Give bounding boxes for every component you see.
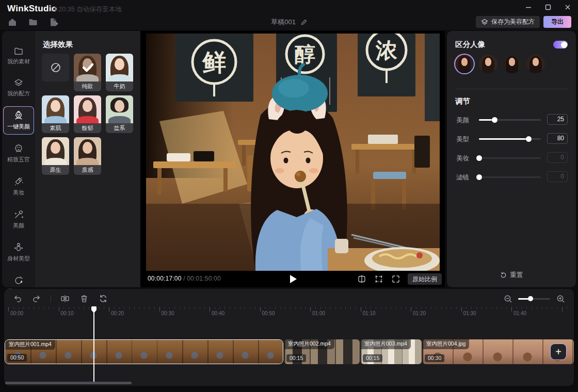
sidebar-item-my-assets[interactable]: 我的素材	[3, 42, 34, 70]
ruler-minor-tick	[421, 307, 422, 309]
clip-室内照片001.mp4[interactable]: 室内照片001.mp400:50	[5, 339, 283, 364]
ruler-minor-tick	[235, 307, 235, 309]
lipstick-icon	[13, 176, 24, 187]
fullscreen-icon[interactable]	[391, 274, 401, 284]
timeline-toolbar	[12, 293, 108, 304]
effect-zhigan[interactable]: 质感	[74, 137, 101, 175]
ruler-minor-tick	[481, 307, 482, 309]
slider-track[interactable]	[479, 157, 541, 159]
ruler-minor-tick	[466, 307, 467, 309]
portrait-avatar-2[interactable]	[478, 54, 499, 74]
edit-icon[interactable]	[301, 19, 307, 25]
zoom-in-icon[interactable]	[555, 293, 566, 304]
split-icon[interactable]	[60, 293, 70, 304]
delete-icon[interactable]	[79, 293, 89, 304]
effect-suji[interactable]: 素肌	[42, 95, 69, 133]
cloth-shape	[528, 69, 543, 73]
timeline-scrollbar[interactable]	[5, 382, 132, 384]
effect-chunyu[interactable]: 纯欲	[74, 54, 101, 91]
aspect-ratio-button[interactable]: 原始比例	[408, 273, 442, 285]
minimize-icon[interactable]	[523, 2, 534, 12]
sidebar-item-face-features[interactable]: 精致五官	[3, 139, 34, 168]
ruler-minor-tick	[139, 307, 140, 309]
document-title-text: 草稿001	[271, 18, 296, 26]
play-button[interactable]	[287, 274, 298, 284]
undo-icon[interactable]	[12, 293, 23, 304]
portrait-avatar-1[interactable]	[454, 54, 475, 74]
slider-row-美妆: 美妆0	[447, 149, 576, 168]
playhead[interactable]	[93, 306, 94, 382]
slider-knob[interactable]	[476, 174, 482, 180]
compare-icon[interactable]	[357, 274, 367, 284]
portrait-avatar-4[interactable]	[525, 54, 546, 74]
tools-sidebar: 我的素材我的配方一键美颜精致五官美妆美颜身材美型手动瘦脸	[2, 31, 35, 287]
portrait-avatar-3[interactable]	[502, 54, 522, 74]
slider-track[interactable]	[479, 176, 541, 178]
sidebar-item-makeup[interactable]: 美妆	[3, 172, 34, 201]
effect-yanxi[interactable]: 盐系	[106, 95, 133, 133]
close-icon[interactable]	[563, 2, 573, 12]
canvas-frame-icon[interactable]	[374, 274, 384, 284]
ruler-major-tick	[562, 307, 563, 312]
sidebar-item-beauty[interactable]: 美颜	[3, 205, 34, 234]
ruler-label: 00:40	[212, 311, 224, 316]
face-shape	[533, 58, 539, 66]
ruler-minor-tick	[547, 307, 547, 309]
replace-icon[interactable]	[98, 293, 108, 304]
effect-thumbnail	[42, 95, 69, 123]
ruler-minor-tick	[250, 307, 250, 309]
sidebar-item-my-recipes[interactable]: 我的配方	[3, 74, 34, 102]
add-clip-button[interactable]: +	[550, 344, 567, 360]
zoom-slider[interactable]	[518, 298, 550, 300]
ruler-major-tick	[461, 307, 462, 312]
slider-knob[interactable]	[492, 117, 497, 123]
ruler-minor-tick	[491, 307, 492, 309]
ruler-minor-tick	[114, 307, 115, 309]
portrait-toggle[interactable]	[553, 41, 568, 48]
redo-icon[interactable]	[31, 293, 42, 304]
clip-室内照片003.mp4[interactable]: 室内照片003.mp400:15	[361, 339, 422, 364]
save-recipe-button[interactable]: 保存为美容配方	[476, 16, 540, 28]
clip-name: 室内照片002.mp4	[284, 339, 334, 349]
ruler-minor-tick	[224, 307, 225, 309]
playhead-handle[interactable]	[91, 306, 97, 314]
clip-室内照片002.mp4[interactable]: 室内照片002.mp400:15	[284, 339, 360, 364]
slider-track[interactable]	[479, 138, 541, 140]
slider-knob[interactable]	[526, 136, 532, 142]
face-shape	[83, 100, 92, 112]
effect-none[interactable]	[42, 54, 69, 91]
sidebar-item-label: 身材美型	[7, 255, 30, 263]
ruler-minor-tick	[119, 307, 120, 309]
slider-value[interactable]: 0	[547, 152, 568, 163]
ruler-minor-tick	[401, 307, 402, 309]
face-features-icon	[13, 143, 24, 154]
slider-knob[interactable]	[476, 155, 482, 161]
slider-track[interactable]	[479, 119, 541, 121]
ruler-minor-tick	[290, 307, 291, 309]
autosave-status: 14:20:35 自动保存至本地	[50, 5, 122, 14]
slider-value[interactable]: 80	[547, 133, 568, 144]
ruler-minor-tick	[54, 307, 54, 309]
ruler-minor-tick	[89, 307, 89, 309]
ruler-minor-tick	[49, 307, 49, 309]
effect-label: 素肌	[42, 123, 69, 133]
timeline-ruler[interactable]: 00:0000:1000:2000:3000:4000:5001:0001:10…	[4, 307, 574, 319]
sidebar-item-label: 精致五官	[7, 156, 30, 164]
zoom-out-icon[interactable]	[503, 293, 513, 304]
effect-yuansheng[interactable]: 原生	[42, 137, 69, 175]
ruler-label: 01:20	[413, 311, 426, 316]
maximize-icon[interactable]	[543, 2, 553, 12]
slider-value[interactable]: 0	[547, 171, 568, 182]
effects-panel: 选择效果 纯欲牛奶素肌馥郁盐系原生质感	[35, 31, 140, 287]
reset-button[interactable]: 重置	[447, 270, 576, 280]
sidebar-item-body-shape[interactable]: 身材美型	[3, 238, 34, 267]
zoom-slider-knob[interactable]	[528, 296, 533, 301]
effect-fuyu[interactable]: 馥郁	[74, 95, 101, 133]
sidebar-item-one-key-beauty[interactable]: 一键美颜	[3, 106, 34, 135]
portrait-thumbnail	[106, 54, 133, 81]
play-icon	[290, 275, 297, 283]
export-button[interactable]: 导出	[543, 16, 571, 28]
portrait-thumbnail	[106, 95, 133, 123]
slider-value[interactable]: 25	[547, 114, 568, 125]
effect-niunai[interactable]: 牛奶	[106, 54, 133, 91]
